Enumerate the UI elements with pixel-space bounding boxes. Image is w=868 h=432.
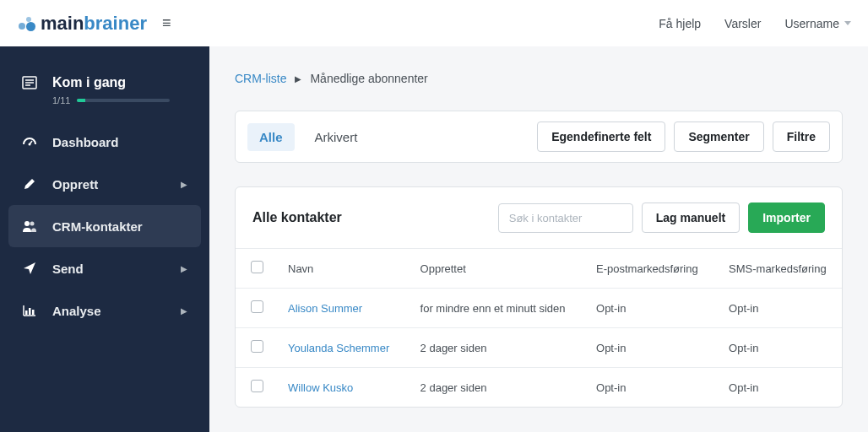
col-name: Navn: [273, 249, 405, 289]
chevron-down-icon: [844, 21, 851, 25]
svg-point-7: [30, 222, 35, 226]
main-content: CRM-liste ▶ Månedlige abonnenter Alle Ar…: [209, 0, 868, 432]
contact-email-opt: Opt-in: [581, 289, 713, 328]
sidebar-item-label: Dashboard: [52, 135, 118, 149]
search-input[interactable]: [498, 203, 633, 233]
sidebar-item-label: CRM-kontakter: [52, 219, 143, 234]
contact-created: 2 dager siden: [405, 328, 581, 368]
username-label: Username: [784, 17, 839, 30]
col-email: E-postmarkedsføring: [581, 249, 713, 289]
topbar-right: Få hjelp Varsler Username: [659, 17, 851, 30]
contact-created: 2 dager siden: [405, 368, 581, 408]
sidebar-item-label: Send: [52, 262, 84, 276]
sidebar-item-dashboard[interactable]: Dashboard: [0, 121, 209, 163]
contacts-table: Navn Opprettet E-postmarkedsføring SMS-m…: [236, 248, 842, 407]
contact-email-opt: Opt-in: [581, 328, 713, 368]
col-sms: SMS-markedsføring: [713, 249, 842, 289]
table-row[interactable]: Willow Kusko 2 dager siden Opt-in Opt-in: [236, 368, 842, 408]
chevron-right-icon: ▶: [181, 180, 187, 189]
username-dropdown[interactable]: Username: [784, 17, 851, 30]
contact-created: for mindre enn et minutt siden: [405, 289, 581, 328]
table-header: Alle kontakter Lag manuelt Importer: [236, 187, 842, 248]
create-manual-button[interactable]: Lag manuelt: [642, 202, 740, 233]
send-icon: [22, 261, 37, 276]
sidebar-item-analyze[interactable]: Analyse ▶: [0, 289, 209, 332]
svg-line-5: [30, 141, 32, 144]
hamburger-icon[interactable]: ≡: [162, 14, 171, 32]
users-icon: [22, 219, 37, 234]
contact-sms-opt: Opt-in: [713, 368, 842, 408]
contact-name[interactable]: Youlanda Schemmer: [273, 328, 405, 368]
filters-button[interactable]: Filtre: [773, 122, 830, 152]
progress-bar: [77, 99, 170, 102]
select-all-checkbox[interactable]: [251, 261, 263, 273]
contact-name[interactable]: Alison Summer: [273, 289, 405, 328]
tab-all[interactable]: Alle: [247, 123, 295, 151]
list-icon: [22, 75, 37, 90]
breadcrumb-separator-icon: ▶: [295, 74, 301, 84]
contact-sms-opt: Opt-in: [713, 328, 842, 368]
contacts-card: Alle kontakter Lag manuelt Importer Navn…: [235, 186, 843, 408]
col-created: Opprettet: [405, 249, 581, 289]
topbar: mainbrainer ≡ Få hjelp Varsler Username: [0, 0, 868, 46]
table-title: Alle kontakter: [252, 210, 342, 225]
svg-point-6: [24, 221, 30, 226]
row-checkbox[interactable]: [251, 340, 263, 353]
logo-text-main: main: [41, 13, 84, 35]
table-row[interactable]: Youlanda Schemmer 2 dager siden Opt-in O…: [236, 328, 842, 368]
chevron-right-icon: ▶: [181, 264, 187, 273]
contact-sms-opt: Opt-in: [713, 289, 842, 328]
chevron-right-icon: ▶: [181, 306, 187, 316]
sidebar-item-crm-contacts[interactable]: CRM-kontakter: [8, 205, 201, 247]
breadcrumb-current: Månedlige abonnenter: [310, 72, 427, 85]
sidebar-getting-started[interactable]: Kom i gang 1/11: [0, 63, 209, 121]
sidebar: Kom i gang 1/11 Dashboard Opprett ▶: [0, 0, 209, 432]
table-row[interactable]: Alison Summer for mindre enn et minutt s…: [236, 289, 842, 328]
sidebar-item-label: Opprett: [52, 177, 98, 192]
getting-started-count: 1/11: [52, 95, 70, 105]
help-link[interactable]: Få hjelp: [659, 17, 701, 30]
row-checkbox[interactable]: [251, 380, 263, 392]
contact-email-opt: Opt-in: [581, 368, 713, 408]
chart-icon: [22, 303, 37, 318]
logo[interactable]: mainbrainer: [17, 13, 147, 35]
getting-started-title: Kom i gang: [52, 75, 126, 90]
logo-dots-icon: [17, 14, 37, 34]
breadcrumb-parent[interactable]: CRM-liste: [235, 72, 286, 85]
row-checkbox[interactable]: [251, 300, 263, 313]
custom-fields-button[interactable]: Egendefinerte felt: [537, 122, 665, 152]
segments-button[interactable]: Segmenter: [674, 122, 763, 152]
contact-name[interactable]: Willow Kusko: [273, 368, 405, 408]
svg-rect-10: [25, 310, 28, 315]
alerts-link[interactable]: Varsler: [724, 17, 761, 30]
gauge-icon: [22, 134, 37, 149]
sidebar-item-send[interactable]: Send ▶: [0, 247, 209, 289]
tab-archived[interactable]: Arkivert: [303, 123, 370, 151]
tabs-card: Alle Arkivert Egendefinerte felt Segment…: [235, 111, 843, 163]
svg-rect-12: [32, 310, 35, 315]
sidebar-item-create[interactable]: Opprett ▶: [0, 163, 209, 205]
pencil-icon: [22, 176, 37, 192]
logo-text-accent: brainer: [84, 13, 147, 35]
import-button[interactable]: Importer: [748, 202, 825, 233]
breadcrumb: CRM-liste ▶ Månedlige abonnenter: [235, 72, 843, 85]
svg-rect-11: [29, 308, 31, 315]
sidebar-item-label: Analyse: [52, 304, 101, 318]
